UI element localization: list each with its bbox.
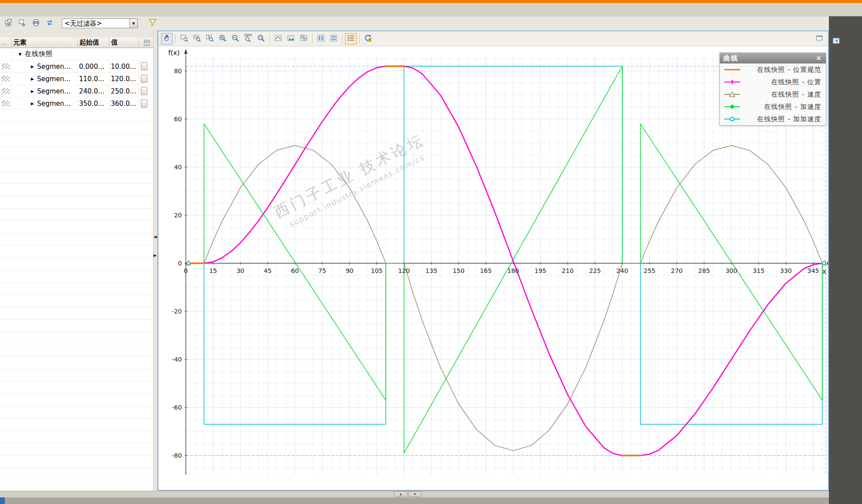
segment-name-cell[interactable]: ▶Segmen... <box>11 85 78 97</box>
tiles-icon <box>300 34 308 43</box>
start-value-cell[interactable]: 110.0... <box>78 73 109 85</box>
svg-text:-40: -40 <box>172 356 182 363</box>
apply-snapshot-button[interactable] <box>16 18 28 29</box>
curve-chart-panel: 100% 01530456075901051201351501651801952… <box>158 30 829 491</box>
sync-button[interactable] <box>44 18 55 29</box>
value-cell[interactable]: 250.0... <box>109 85 139 97</box>
filter-value: <无过滤器> <box>64 19 129 28</box>
pan-button[interactable] <box>161 33 173 45</box>
expand-icon[interactable]: ▶ <box>31 77 34 81</box>
table-row[interactable]: ▶Segmen...240.0...250.0... <box>0 85 153 97</box>
sync-arrows-icon <box>46 19 53 28</box>
detail-cell <box>139 99 153 108</box>
value-cell[interactable]: 10.00... <box>109 60 139 72</box>
table-settings-icon[interactable] <box>139 37 153 48</box>
filter-funnel-button[interactable] <box>147 18 158 29</box>
svg-text:240: 240 <box>616 267 628 274</box>
svg-text:80: 80 <box>174 67 182 75</box>
column-header-start[interactable]: 起始值 <box>78 37 109 48</box>
triangle-marker-icon <box>723 91 741 98</box>
table-header: ... 元素 起始值 值 <box>0 37 153 48</box>
print-button[interactable] <box>30 18 41 29</box>
expand-icon[interactable]: ▶ <box>31 64 34 69</box>
legend-items: 在线快照 - 位置规范在线快照 - 位置在线快照 - 速度在线快照 - 加速度在… <box>720 63 826 125</box>
column-header-element[interactable]: 元素 <box>11 37 78 48</box>
zoom-in-button[interactable] <box>217 33 228 45</box>
collapse-icon[interactable]: ▼ <box>19 52 22 56</box>
panel-expand-icon[interactable] <box>832 37 842 46</box>
detail-button[interactable] <box>141 75 147 83</box>
chevron-down-icon[interactable]: ▼ <box>129 19 137 28</box>
svg-text:f(x): f(x) <box>168 49 180 57</box>
detail-button[interactable] <box>141 62 147 71</box>
value-cell[interactable]: 120.0... <box>109 73 139 85</box>
curve-view-button[interactable] <box>272 33 284 45</box>
split-vertical-button[interactable] <box>315 33 327 45</box>
override-cell <box>0 97 11 109</box>
segment-name-cell[interactable]: ▶Segmen... <box>11 73 78 85</box>
override-cell <box>0 73 11 85</box>
scroll-up-button[interactable]: ▲ <box>394 491 407 497</box>
svg-text:-80: -80 <box>172 452 182 459</box>
segment-name-cell[interactable]: ▶Segmen... <box>11 60 78 72</box>
start-value-cell[interactable]: 0.000... <box>78 60 109 72</box>
legend-item[interactable]: 在线快照 - 位置规范 <box>720 63 826 76</box>
legend-header[interactable]: 曲线 × <box>720 53 826 63</box>
legend-label: 在线快照 - 加速度 <box>764 103 821 111</box>
float-panel-button[interactable] <box>814 33 825 45</box>
status-bar <box>0 497 829 504</box>
value-cell[interactable]: 360.0... <box>109 97 139 109</box>
float-window-icon <box>816 34 823 43</box>
table-row[interactable]: ▶Segmen...110.0...120.0... <box>0 73 153 85</box>
scroll-down-button[interactable]: ▼ <box>408 491 422 497</box>
tree-root-label: 在线快照 <box>25 50 53 58</box>
legend-title: 曲线 <box>723 54 738 63</box>
legend-panel[interactable]: 曲线 × 在线快照 - 位置规范在线快照 - 位置在线快照 - 速度在线快照 -… <box>719 52 826 126</box>
accent-bar <box>0 0 862 3</box>
collapse-right-icon[interactable]: ▶ <box>154 254 157 258</box>
override-cell <box>0 85 11 97</box>
legend-toggle-button[interactable] <box>345 33 357 45</box>
legend-item[interactable]: 在线快照 - 速度 <box>720 88 826 101</box>
zoom-region-icon <box>180 34 188 43</box>
detail-button[interactable] <box>141 87 147 95</box>
collapsed-sidebar <box>829 16 862 504</box>
segment-label: Segmen... <box>37 87 71 95</box>
monitor-snapshot-button[interactable] <box>3 18 14 29</box>
tree-root-row[interactable]: ▼ 在线快照 <box>0 48 153 60</box>
svg-text:105: 105 <box>371 267 383 274</box>
zoom-selection-button[interactable] <box>255 33 267 45</box>
zoom-horizontal-button[interactable] <box>191 33 203 45</box>
zoom-100-button[interactable]: 100% <box>242 33 254 45</box>
close-icon[interactable]: × <box>816 55 822 62</box>
split-horizontal-button[interactable] <box>328 33 339 45</box>
zoom-region-button[interactable] <box>178 33 190 45</box>
legend-item[interactable]: 在线快照 - 加速度 <box>720 101 826 113</box>
expand-icon[interactable]: ▶ <box>31 89 34 93</box>
column-header-value[interactable]: 值 <box>109 37 139 48</box>
table-row[interactable]: ▶Segmen...0.000...10.00... <box>0 60 153 73</box>
table-row[interactable]: ▶Segmen...350.0...360.0... <box>0 97 153 110</box>
tile-view-button[interactable] <box>298 33 309 45</box>
start-value-cell[interactable]: 350.0... <box>78 97 109 109</box>
zoom-vertical-button[interactable] <box>204 33 215 45</box>
legend-item[interactable]: 在线快照 - 加加速度 <box>720 113 826 125</box>
corner-cell <box>0 48 11 60</box>
svg-text:90: 90 <box>346 267 354 274</box>
plot-area[interactable]: 0153045607590105120135150165180195210225… <box>158 46 828 490</box>
svg-text:60: 60 <box>174 116 182 123</box>
start-value-cell[interactable]: 240.0... <box>78 85 109 97</box>
svg-text:270: 270 <box>671 267 683 274</box>
filter-dropdown[interactable]: <无过滤器> ▼ <box>62 19 138 28</box>
collapse-left-icon[interactable]: ◀ <box>154 235 157 239</box>
legend-item[interactable]: 在线快照 - 位置 <box>720 76 826 88</box>
segment-name-cell[interactable]: ▶Segmen... <box>11 97 78 109</box>
image-view-button[interactable] <box>285 33 297 45</box>
expand-icon[interactable]: ▶ <box>31 101 34 106</box>
svg-text:20: 20 <box>174 212 182 219</box>
panel-splitter[interactable]: ◀ ▶ <box>153 30 158 491</box>
detail-button[interactable] <box>141 99 147 108</box>
zoom-out-button[interactable] <box>230 33 241 45</box>
segment-rows: ▶Segmen...0.000...10.00...▶Segmen...110.… <box>0 60 153 110</box>
refresh-warning-button[interactable] <box>362 33 374 45</box>
